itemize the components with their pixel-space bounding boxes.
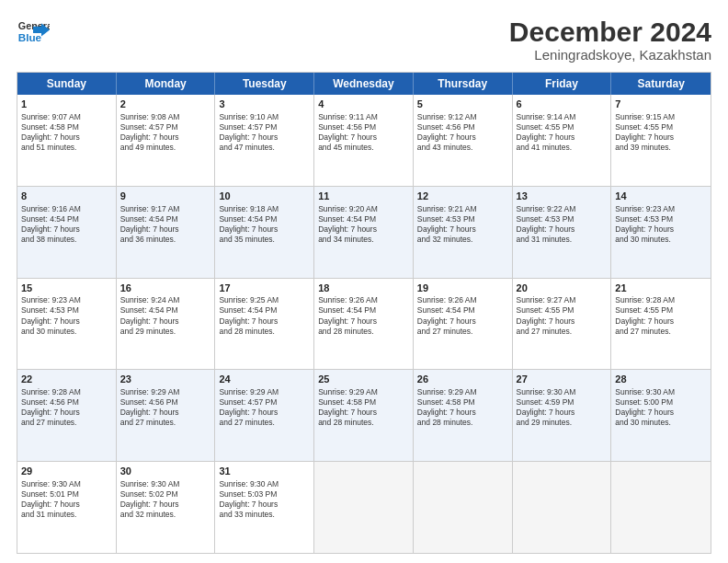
calendar-cell [611, 462, 711, 553]
calendar-cell: 3Sunrise: 9:10 AM Sunset: 4:57 PM Daylig… [215, 95, 314, 186]
logo: General Blue [17, 17, 50, 50]
weekday-header: Saturday [611, 73, 711, 95]
day-info: Sunrise: 9:28 AM Sunset: 4:56 PM Dayligh… [21, 387, 112, 428]
day-info: Sunrise: 9:10 AM Sunset: 4:57 PM Dayligh… [219, 112, 310, 153]
weekday-header: Thursday [414, 73, 513, 95]
day-number: 14 [615, 190, 707, 203]
day-info: Sunrise: 9:12 AM Sunset: 4:56 PM Dayligh… [417, 112, 508, 153]
day-number: 18 [318, 282, 409, 295]
day-number: 29 [21, 465, 112, 478]
day-number: 13 [517, 190, 608, 203]
day-info: Sunrise: 9:30 AM Sunset: 5:03 PM Dayligh… [219, 479, 310, 520]
calendar-cell: 26Sunrise: 9:29 AM Sunset: 4:58 PM Dayli… [414, 370, 513, 461]
weekday-header: Sunday [17, 73, 117, 95]
day-info: Sunrise: 9:24 AM Sunset: 4:54 PM Dayligh… [120, 295, 211, 336]
day-number: 5 [417, 98, 508, 111]
calendar-cell: 9Sunrise: 9:17 AM Sunset: 4:54 PM Daylig… [117, 187, 216, 278]
day-info: Sunrise: 9:23 AM Sunset: 4:53 PM Dayligh… [21, 295, 112, 336]
day-info: Sunrise: 9:27 AM Sunset: 4:55 PM Dayligh… [517, 295, 608, 336]
calendar-cell: 16Sunrise: 9:24 AM Sunset: 4:54 PM Dayli… [117, 279, 216, 370]
day-info: Sunrise: 9:20 AM Sunset: 4:54 PM Dayligh… [318, 204, 409, 245]
calendar-cell: 31Sunrise: 9:30 AM Sunset: 5:03 PM Dayli… [215, 462, 314, 553]
day-info: Sunrise: 9:07 AM Sunset: 4:58 PM Dayligh… [21, 112, 112, 153]
calendar-cell: 12Sunrise: 9:21 AM Sunset: 4:53 PM Dayli… [414, 187, 513, 278]
calendar-cell: 6Sunrise: 9:14 AM Sunset: 4:55 PM Daylig… [513, 95, 612, 186]
day-info: Sunrise: 9:16 AM Sunset: 4:54 PM Dayligh… [21, 204, 112, 245]
day-number: 12 [417, 190, 508, 203]
calendar-cell: 7Sunrise: 9:15 AM Sunset: 4:55 PM Daylig… [611, 95, 711, 186]
calendar-cell: 24Sunrise: 9:29 AM Sunset: 4:57 PM Dayli… [215, 370, 314, 461]
day-number: 4 [318, 98, 409, 111]
header: General Blue December 2024 Leningradskoy… [17, 17, 711, 63]
day-info: Sunrise: 9:29 AM Sunset: 4:56 PM Dayligh… [120, 387, 211, 428]
day-number: 17 [219, 282, 310, 295]
day-info: Sunrise: 9:08 AM Sunset: 4:57 PM Dayligh… [120, 112, 211, 153]
calendar-row: 22Sunrise: 9:28 AM Sunset: 4:56 PM Dayli… [17, 369, 711, 461]
day-info: Sunrise: 9:29 AM Sunset: 4:58 PM Dayligh… [417, 387, 508, 428]
day-number: 15 [21, 282, 112, 295]
day-number: 22 [21, 373, 112, 386]
day-info: Sunrise: 9:25 AM Sunset: 4:54 PM Dayligh… [219, 295, 310, 336]
day-info: Sunrise: 9:29 AM Sunset: 4:58 PM Dayligh… [318, 387, 409, 428]
calendar-cell: 11Sunrise: 9:20 AM Sunset: 4:54 PM Dayli… [314, 187, 414, 278]
day-number: 27 [517, 373, 608, 386]
weekday-header: Monday [117, 73, 216, 95]
day-number: 11 [318, 190, 409, 203]
calendar: SundayMondayTuesdayWednesdayThursdayFrid… [17, 72, 711, 554]
day-info: Sunrise: 9:30 AM Sunset: 5:01 PM Dayligh… [21, 479, 112, 520]
day-number: 3 [219, 98, 310, 111]
calendar-cell: 23Sunrise: 9:29 AM Sunset: 4:56 PM Dayli… [117, 370, 216, 461]
day-number: 19 [417, 282, 508, 295]
day-number: 9 [120, 190, 211, 203]
day-number: 7 [615, 98, 707, 111]
day-number: 20 [517, 282, 608, 295]
day-info: Sunrise: 9:29 AM Sunset: 4:57 PM Dayligh… [219, 387, 310, 428]
weekday-header: Tuesday [215, 73, 314, 95]
logo-icon: General Blue [17, 17, 50, 50]
calendar-cell [314, 462, 414, 553]
title-block: December 2024 Leningradskoye, Kazakhstan [509, 17, 711, 63]
day-number: 25 [318, 373, 409, 386]
calendar-cell: 13Sunrise: 9:22 AM Sunset: 4:53 PM Dayli… [513, 187, 612, 278]
day-info: Sunrise: 9:11 AM Sunset: 4:56 PM Dayligh… [318, 112, 409, 153]
day-info: Sunrise: 9:30 AM Sunset: 5:00 PM Dayligh… [615, 387, 707, 428]
day-info: Sunrise: 9:14 AM Sunset: 4:55 PM Dayligh… [517, 112, 608, 153]
page: General Blue December 2024 Leningradskoy… [0, 0, 728, 563]
day-number: 21 [615, 282, 707, 295]
day-number: 30 [120, 465, 211, 478]
calendar-cell: 27Sunrise: 9:30 AM Sunset: 4:59 PM Dayli… [513, 370, 612, 461]
calendar-row: 1Sunrise: 9:07 AM Sunset: 4:58 PM Daylig… [17, 95, 711, 186]
calendar-cell: 15Sunrise: 9:23 AM Sunset: 4:53 PM Dayli… [17, 279, 117, 370]
calendar-cell [513, 462, 612, 553]
day-number: 26 [417, 373, 508, 386]
calendar-cell [414, 462, 513, 553]
day-number: 6 [517, 98, 608, 111]
day-info: Sunrise: 9:30 AM Sunset: 5:02 PM Dayligh… [120, 479, 211, 520]
day-number: 28 [615, 373, 707, 386]
day-number: 24 [219, 373, 310, 386]
day-info: Sunrise: 9:18 AM Sunset: 4:54 PM Dayligh… [219, 204, 310, 245]
calendar-cell: 22Sunrise: 9:28 AM Sunset: 4:56 PM Dayli… [17, 370, 117, 461]
calendar-cell: 14Sunrise: 9:23 AM Sunset: 4:53 PM Dayli… [611, 187, 711, 278]
calendar-cell: 4Sunrise: 9:11 AM Sunset: 4:56 PM Daylig… [314, 95, 414, 186]
calendar-cell: 1Sunrise: 9:07 AM Sunset: 4:58 PM Daylig… [17, 95, 117, 186]
weekday-header: Wednesday [314, 73, 414, 95]
weekday-header: Friday [513, 73, 612, 95]
calendar-cell: 29Sunrise: 9:30 AM Sunset: 5:01 PM Dayli… [17, 462, 117, 553]
day-info: Sunrise: 9:23 AM Sunset: 4:53 PM Dayligh… [615, 204, 707, 245]
calendar-row: 8Sunrise: 9:16 AM Sunset: 4:54 PM Daylig… [17, 186, 711, 278]
calendar-row: 15Sunrise: 9:23 AM Sunset: 4:53 PM Dayli… [17, 278, 711, 370]
day-info: Sunrise: 9:28 AM Sunset: 4:55 PM Dayligh… [615, 295, 707, 336]
day-info: Sunrise: 9:21 AM Sunset: 4:53 PM Dayligh… [417, 204, 508, 245]
calendar-cell: 19Sunrise: 9:26 AM Sunset: 4:54 PM Dayli… [414, 279, 513, 370]
day-info: Sunrise: 9:15 AM Sunset: 4:55 PM Dayligh… [615, 112, 707, 153]
day-number: 10 [219, 190, 310, 203]
day-number: 1 [21, 98, 112, 111]
calendar-cell: 28Sunrise: 9:30 AM Sunset: 5:00 PM Dayli… [611, 370, 711, 461]
day-number: 16 [120, 282, 211, 295]
calendar-cell: 2Sunrise: 9:08 AM Sunset: 4:57 PM Daylig… [117, 95, 216, 186]
calendar-body: 1Sunrise: 9:07 AM Sunset: 4:58 PM Daylig… [17, 95, 711, 553]
day-info: Sunrise: 9:26 AM Sunset: 4:54 PM Dayligh… [417, 295, 508, 336]
day-number: 2 [120, 98, 211, 111]
calendar-header: SundayMondayTuesdayWednesdayThursdayFrid… [17, 73, 711, 95]
